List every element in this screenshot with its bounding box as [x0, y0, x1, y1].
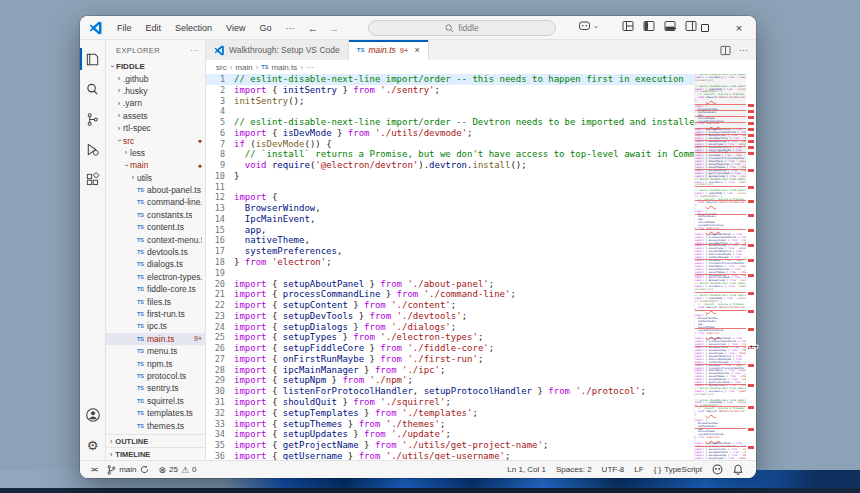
tree-item-src[interactable]: ›src● [106, 134, 205, 146]
menu-file[interactable]: File [110, 16, 139, 40]
code-line[interactable]: 29import { setupNpm } from './npm'; [206, 375, 694, 386]
tree-item-files-ts[interactable]: TSfiles.ts [106, 295, 205, 307]
explorer-more-actions[interactable]: ··· [190, 46, 199, 55]
tab-walkthrough[interactable]: Walkthrough: Setup VS Code [206, 40, 349, 60]
outline-section[interactable]: › OUTLINE [106, 434, 205, 447]
tree-item-sentry-ts[interactable]: TSsentry.ts [106, 382, 205, 394]
tree-item-first-run-ts[interactable]: TSfirst-run.ts [106, 308, 205, 320]
tree-item-main[interactable]: ›main● [106, 159, 205, 171]
code-line[interactable]: 4 [206, 106, 694, 117]
tree-item--github[interactable]: ›.github [106, 72, 205, 84]
code-line[interactable]: 1// eslint-disable-next-line import/orde… [206, 74, 694, 85]
code-line[interactable]: 26import { setupFiddleCore } from './fid… [206, 343, 694, 354]
code-line[interactable]: 12import { [206, 192, 694, 203]
tree-item-less[interactable]: ›less [106, 147, 205, 159]
code-line[interactable]: 32import { setupTemplates } from './temp… [206, 408, 694, 419]
breadcrumb-src[interactable]: src [216, 63, 227, 72]
tree-item-fiddle-core-ts[interactable]: TSfiddle-core.ts [106, 283, 205, 295]
tree-item-templates-ts[interactable]: TStemplates.ts [106, 407, 205, 419]
code-line[interactable]: 25import { setupTypes } from './electron… [206, 332, 694, 343]
tree-item-ipc-ts[interactable]: TSipc.ts [106, 320, 205, 332]
menu-view[interactable]: View [219, 16, 252, 40]
code-line[interactable]: 28import { ipcMainManager } from './ipc'… [206, 365, 694, 376]
menu-edit[interactable]: Edit [139, 16, 169, 40]
code-line[interactable]: 35import { getProjectName } from './util… [206, 440, 694, 451]
code-line[interactable]: 7if (isDevMode()) { [206, 139, 694, 150]
tree-item--husky[interactable]: ›.husky [106, 85, 205, 97]
explorer-icon[interactable] [80, 44, 106, 74]
split-editor-icon[interactable] [720, 45, 731, 56]
encoding[interactable]: UTF-8 [597, 465, 630, 474]
minimap[interactable]: // eslint-disable-next-line import/order… [694, 74, 746, 460]
tab-main-ts[interactable]: TS main.ts 9+ × [349, 40, 429, 60]
minimize-button[interactable] [654, 16, 688, 40]
code-line[interactable]: 31import { shouldQuit } from './squirrel… [206, 397, 694, 408]
code-line[interactable]: 17 systemPreferences, [206, 246, 694, 257]
menu-more[interactable]: ··· [278, 16, 301, 40]
tree-item-themes-ts[interactable]: TSthemes.ts [106, 419, 205, 431]
breadcrumb-main[interactable]: main [235, 63, 252, 72]
tree-item-protocol-ts[interactable]: TSprotocol.ts [106, 370, 205, 382]
problems-status[interactable]: ⊗ 25 ⚠ 0 [154, 465, 202, 475]
code-line[interactable]: 2import { initSentry } from './sentry'; [206, 85, 694, 96]
breadcrumb-file[interactable]: main.ts [271, 63, 297, 72]
code-line[interactable]: 8 // `install` returns a Promise, but we… [206, 149, 694, 160]
timeline-section[interactable]: › TIMELINE [106, 447, 205, 460]
accounts-icon[interactable] [80, 400, 106, 430]
copilot-menu[interactable]: ⌄ [578, 20, 599, 32]
code-line[interactable]: 20import { setupAboutPanel } from './abo… [206, 279, 694, 290]
code-line[interactable]: 11 [206, 182, 694, 193]
tree-item-content-ts[interactable]: TScontent.ts [106, 221, 205, 233]
close-button[interactable]: × [722, 16, 756, 40]
indentation[interactable]: Spaces: 2 [551, 465, 597, 474]
editor-more-actions[interactable]: ··· [739, 45, 748, 55]
tree-item-npm-ts[interactable]: TSnpm.ts [106, 357, 205, 369]
minimap-slider[interactable] [695, 74, 746, 180]
tree-item-squirrel-ts[interactable]: TSsquirrel.ts [106, 395, 205, 407]
code-line[interactable]: 16 nativeTheme, [206, 235, 694, 246]
code-line[interactable]: 10} [206, 171, 694, 182]
tree-item-main-ts[interactable]: TSmain.ts9+ [106, 333, 205, 345]
tree-item-command-line-ts[interactable]: TScommand-line.ts [106, 196, 205, 208]
code-line[interactable]: 6import { isDevMode } from './utils/devm… [206, 128, 694, 139]
code-line[interactable]: 23import { setupDevTools } from './devto… [206, 311, 694, 322]
tree-item-constants-ts[interactable]: TSconstants.ts [106, 209, 205, 221]
tree-item-fiddle[interactable]: ›FIDDLE [106, 60, 205, 72]
remote-indicator[interactable]: >< [86, 466, 102, 473]
go-forward-icon[interactable]: → [328, 22, 339, 34]
code-line[interactable]: 24import { setupDialogs } from './dialog… [206, 322, 694, 333]
tree-item-dialogs-ts[interactable]: TSdialogs.ts [106, 258, 205, 270]
notifications[interactable] [728, 464, 748, 475]
code-line[interactable]: 5// eslint-disable-next-line import/orde… [206, 117, 694, 128]
run-debug-icon[interactable] [80, 134, 106, 164]
source-control-icon[interactable] [80, 104, 106, 134]
tree-item-devtools-ts[interactable]: TSdevtools.ts [106, 246, 205, 258]
maximize-button[interactable] [688, 16, 722, 40]
settings-gear-icon[interactable]: ⚙ [80, 430, 106, 460]
cursor-position[interactable]: Ln 1, Col 1 [502, 465, 551, 474]
code-line[interactable]: 3initSentry(); [206, 96, 694, 107]
tab-close-icon[interactable]: × [414, 45, 419, 55]
code-lines[interactable]: 1// eslint-disable-next-line import/orde… [206, 74, 694, 460]
language-mode[interactable]: { } TypeScript [649, 465, 707, 474]
tree-item-rtl-spec[interactable]: ›rtl-spec [106, 122, 205, 134]
code-line[interactable]: 30import { listenForProtocolHandler, set… [206, 386, 694, 397]
code-editor[interactable]: 1// eslint-disable-next-line import/orde… [206, 74, 756, 460]
code-line[interactable]: 33import { setupThemes } from './themes'… [206, 419, 694, 430]
breadcrumb-symbol[interactable]: ··· [306, 63, 314, 72]
code-line[interactable]: 36import { getUsername } from './utils/g… [206, 451, 694, 460]
code-line[interactable]: 13 BrowserWindow, [206, 203, 694, 214]
go-back-icon[interactable]: ← [307, 22, 318, 34]
copilot-status[interactable] [707, 464, 728, 475]
search-sidebar-icon[interactable] [80, 74, 106, 104]
code-line[interactable]: 21import { processCommandLine } from './… [206, 289, 694, 300]
tree-item-context-menu-ts[interactable]: TScontext-menu.ts [106, 233, 205, 245]
code-line[interactable]: 15 app, [206, 225, 694, 236]
code-line[interactable]: 14 IpcMainEvent, [206, 214, 694, 225]
eol-sequence[interactable]: LF [629, 465, 648, 474]
tree-item--yarn[interactable]: ›.yarn [106, 97, 205, 109]
command-center-search[interactable]: fiddle [368, 20, 556, 36]
overview-ruler[interactable] [746, 74, 756, 460]
tree-item-electron-types-ts[interactable]: TSelectron-types.ts [106, 271, 205, 283]
code-line[interactable]: 18} from 'electron'; [206, 257, 694, 268]
